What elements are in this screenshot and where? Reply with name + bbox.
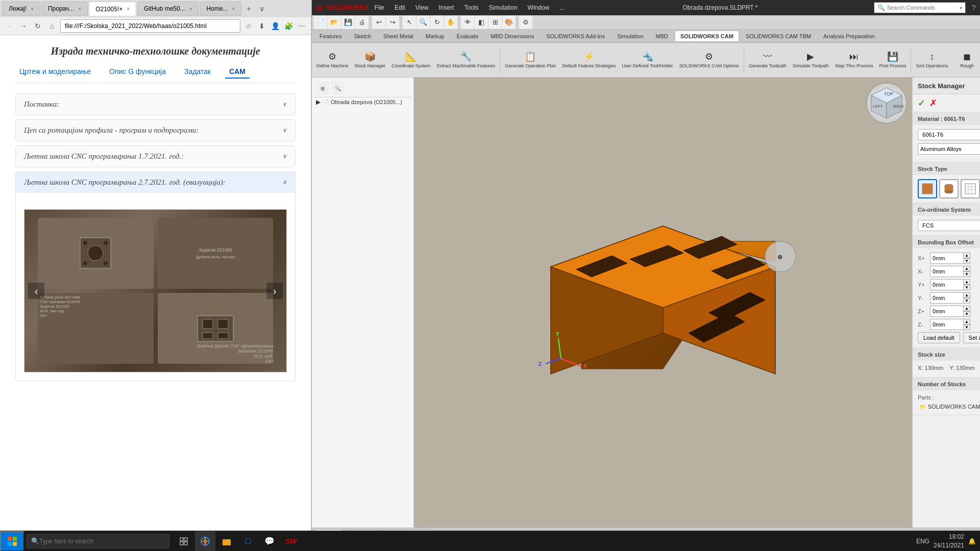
tb-sort-operations[interactable]: ↕ Sort Operations	[913, 45, 950, 76]
stock-type-cylinder[interactable]	[939, 179, 959, 198]
sm-stock-type-header[interactable]: Stock Type ∧	[913, 162, 980, 175]
download-button[interactable]: ⬇	[256, 20, 268, 32]
sm-load-default-button[interactable]: Load default	[918, 332, 960, 343]
browser-tab-4[interactable]: GitHub me50... ×	[137, 2, 199, 16]
carousel-next-button[interactable]: ›	[266, 283, 283, 299]
sm-cam-nc-item[interactable]: 📁 SOLIDWORKS CAM NC Manage...	[918, 403, 980, 411]
page-tab-opis[interactable]: Опис G функција	[105, 65, 170, 79]
sm-xminus-up[interactable]: ▲	[963, 266, 970, 271]
sm-zplus-input[interactable]	[930, 306, 963, 317]
tb-rotate-button[interactable]: ↻	[430, 16, 444, 29]
tree-filter-button[interactable]: 🔍	[331, 82, 345, 95]
tb-simulate-toolpath[interactable]: ▶ Simulate Toolpath	[790, 45, 831, 76]
tb-new-button[interactable]: 📄	[314, 16, 327, 29]
sm-yplus-input[interactable]	[930, 279, 963, 290]
tb-extract-machinable[interactable]: 🔧 Extract Machinable Features	[434, 45, 498, 76]
ribbon-tab-analysis[interactable]: Analysis Preparation	[818, 31, 880, 42]
taskbar-icon-edge[interactable]: ⬡	[238, 531, 258, 552]
tb-post-process[interactable]: 💾 Post Process	[876, 45, 909, 76]
sw-help-button[interactable]: ?	[970, 3, 978, 13]
browser-tab-3[interactable]: O21005!× ×	[89, 2, 136, 16]
tb-user-defined-tool[interactable]: 🔩 User Defined Tool/Holder	[619, 45, 675, 76]
ribbon-tab-sheet-metal[interactable]: Sheet Metal	[378, 31, 419, 42]
tb-redo-button[interactable]: ↪	[386, 16, 399, 29]
sm-xplus-input[interactable]	[930, 253, 963, 264]
menu-insert[interactable]: Insert	[437, 3, 456, 12]
sm-material-category-input[interactable]	[918, 143, 980, 155]
sm-coord-header[interactable]: Co-ordinate System ∧	[913, 203, 980, 216]
accordion-header-cep[interactable]: Цеп са ротацијом профила - програм и под…	[16, 120, 295, 141]
tb-default-strategies[interactable]: ⚡ Default Feature Strategies	[559, 45, 618, 76]
browser-tab-5[interactable]: Home... ×	[200, 2, 242, 16]
page-tab-zadatak[interactable]: Задатак	[180, 65, 215, 79]
ribbon-tab-simulation[interactable]: Simulation	[611, 31, 649, 42]
refresh-button[interactable]: ↻	[32, 20, 44, 32]
menu-button[interactable]: ⋯	[296, 20, 308, 32]
menu-more[interactable]: ...	[557, 3, 567, 12]
sm-yminus-down[interactable]: ▼	[963, 298, 970, 304]
taskbar-icon-chrome[interactable]	[195, 531, 215, 552]
taskbar-notification-icon[interactable]: 🔔	[968, 538, 976, 545]
tb-select-button[interactable]: ↖	[403, 16, 416, 29]
sm-material-header[interactable]: Material : 6061-T6 ∧	[913, 112, 980, 125]
taskbar-search-input[interactable]	[39, 538, 165, 545]
browser-tab-1[interactable]: Лежај! ×	[2, 2, 40, 16]
taskbar-icon-task-view[interactable]	[174, 531, 194, 552]
tb-define-machine[interactable]: ⚙ Define Machine	[314, 45, 351, 76]
carousel-prev-button[interactable]: ‹	[28, 283, 44, 299]
sm-material-select[interactable]: 6061-T6	[918, 129, 980, 140]
tb-open-button[interactable]: 📂	[328, 16, 341, 29]
tab-overflow-button[interactable]: ∨	[256, 3, 268, 15]
tb-rough[interactable]: ◼ Rough	[951, 45, 980, 76]
orientation-gizmo[interactable]: TOP LEFT RIGHT	[866, 83, 907, 123]
tb-undo-button[interactable]: ↩	[372, 16, 385, 29]
tab-3-close[interactable]: ×	[127, 6, 130, 12]
tab-2-close[interactable]: ×	[78, 6, 81, 12]
taskbar-icon-solidworks[interactable]: SW	[281, 531, 301, 552]
sm-zminus-up[interactable]: ▲	[963, 319, 970, 324]
ribbon-tab-mbd-dim[interactable]: MBD Dimensions	[485, 31, 540, 42]
home-button[interactable]: ⌂	[46, 20, 58, 32]
sm-xplus-up[interactable]: ▲	[963, 253, 970, 258]
sm-xminus-down[interactable]: ▼	[963, 271, 970, 277]
ribbon-tab-features[interactable]: Features	[314, 31, 347, 42]
tab-5-close[interactable]: ×	[232, 6, 235, 12]
tb-print-button[interactable]: 🖨	[355, 16, 369, 29]
ribbon-tab-markup[interactable]: Markup	[420, 31, 450, 42]
address-bar[interactable]	[60, 19, 240, 33]
tb-options-button[interactable]: ⚙	[519, 16, 532, 29]
stock-type-mesh[interactable]	[961, 179, 980, 198]
tb-sw-cam-options[interactable]: ⚙ SOLIDWORKS CAM Options	[677, 45, 742, 76]
forward-button[interactable]: →	[17, 20, 30, 32]
accordion-header-skola2[interactable]: Љетна школа CNC програмирања 2.7.2021. г…	[16, 172, 295, 193]
sm-zplus-down[interactable]: ▼	[963, 311, 970, 317]
ribbon-tab-mbd[interactable]: MBD	[650, 31, 674, 42]
tab-4-close[interactable]: ×	[189, 6, 192, 12]
menu-tools[interactable]: Tools	[462, 3, 481, 12]
sm-xminus-input[interactable]	[930, 266, 963, 277]
accordion-header-skola1[interactable]: Љетна школа CNC програмирања 1.7.2021. г…	[16, 146, 295, 167]
ribbon-tab-sw-cam[interactable]: SOLIDWORKS CAM	[675, 31, 739, 42]
tb-pan-button[interactable]: ✋	[444, 16, 457, 29]
page-tab-cam[interactable]: CAM	[225, 65, 250, 79]
menu-file[interactable]: File	[373, 3, 386, 12]
start-button[interactable]	[0, 531, 24, 552]
ribbon-tab-sw-addins[interactable]: SOLIDWORKS Add-Ins	[541, 31, 610, 42]
tb-generate-toolpath[interactable]: 〰 Generate Toolpath	[746, 45, 789, 76]
sw-search-input[interactable]	[887, 5, 958, 11]
tb-zoom-button[interactable]: 🔍	[416, 16, 430, 29]
ribbon-tab-evaluate[interactable]: Evaluate	[451, 31, 484, 42]
sw-tree-root-item[interactable]: ▶ 📄 Obrada dzepova (O21005...)	[314, 97, 411, 107]
bookmark-button[interactable]: ☆	[242, 20, 255, 32]
sm-yminus-up[interactable]: ▲	[963, 292, 970, 298]
stock-type-box[interactable]	[918, 179, 937, 198]
sm-yminus-input[interactable]	[930, 292, 963, 304]
menu-window[interactable]: Window	[526, 3, 552, 12]
tb-stock-manager[interactable]: 📦 Stock Manager	[352, 45, 388, 76]
tb-display-button[interactable]: ◧	[475, 16, 488, 29]
ribbon-tab-sw-cam-tbm[interactable]: SOLIDWORKS CAM TBM	[740, 31, 817, 42]
tab-1-close[interactable]: ×	[31, 6, 34, 12]
sm-set-default-button[interactable]: Set as default	[963, 332, 980, 343]
menu-view[interactable]: View	[413, 3, 431, 12]
page-tab-crtez[interactable]: Цртеж и моделирање	[15, 65, 95, 79]
